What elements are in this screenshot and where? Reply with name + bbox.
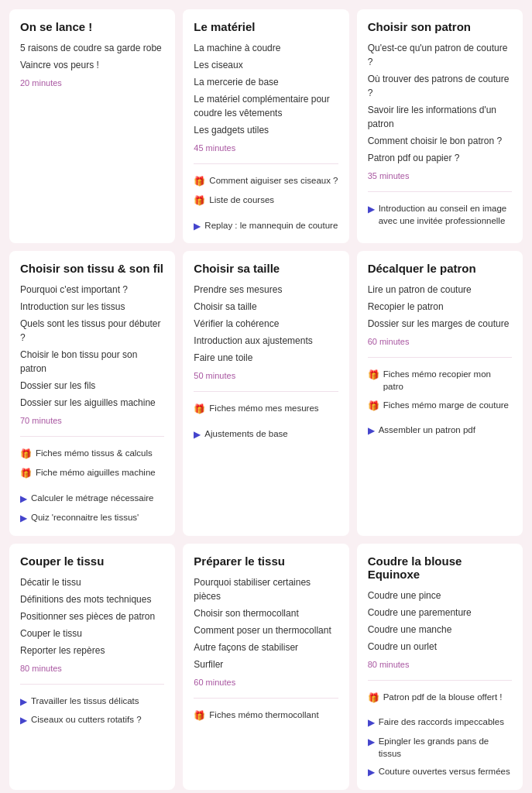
red-resource[interactable]: 🎁Comment aiguiser ses ciseaux ? — [194, 174, 338, 188]
blue-resource-label: Ciseaux ou cutters rotatifs ? — [31, 713, 142, 726]
blue-resource-label: Assembler un patron pdf — [379, 424, 475, 436]
card-title: Choisir son patron — [368, 20, 512, 33]
red-resource[interactable]: 🎁Fiches mémo mes mesures — [194, 402, 338, 416]
divider — [368, 680, 512, 681]
blue-resource[interactable]: ▶Ajustements de base — [194, 427, 338, 441]
card-item: Pourquoi c'est important ? — [20, 283, 164, 297]
red-resource-icon: 🎁 — [194, 194, 205, 208]
divider — [368, 191, 512, 192]
card-item: Où trouver des patrons de couture ? — [368, 72, 512, 100]
red-resource[interactable]: 🎁Fiche mémo aiguilles machine — [20, 466, 164, 480]
red-resource-label: Fiches mémo recopier mon patro — [383, 368, 512, 393]
blue-resource-icon: ▶ — [20, 714, 27, 727]
card-item: Comment choisir le bon patron ? — [368, 134, 512, 148]
card-item: Comment poser un thermocollant — [194, 623, 338, 637]
card-couper-tissu: Couper le tissuDécatir le tissuDéfinitio… — [9, 544, 175, 791]
card-item: Décatir le tissu — [20, 575, 164, 589]
card-item: Introduction sur les tissus — [20, 300, 164, 314]
red-resource[interactable]: 🎁Fiches mémo marge de couture — [368, 399, 512, 413]
blue-resource-icon: ▶ — [368, 716, 375, 729]
card-item: Surfiler — [194, 657, 338, 671]
card-item: Autre façons de stabiliser — [194, 640, 338, 654]
card-item: Positionner ses pièces de patron — [20, 609, 164, 623]
blue-resource[interactable]: ▶Introduction au conseil en image avec u… — [368, 202, 512, 227]
blue-resource[interactable]: ▶Calculer le métrage nécessaire — [20, 492, 164, 506]
card-preparer-tissu: Préparer le tissuPourquoi stabiliser cer… — [183, 544, 348, 791]
card-title: Le matériel — [194, 20, 338, 33]
blue-resource-label: Calculer le métrage nécessaire — [31, 492, 154, 504]
card-item: Recopier le patron — [368, 300, 512, 314]
red-resource-label: Liste de courses — [209, 194, 274, 206]
blue-resource[interactable]: ▶Replay : le mannequin de couture — [194, 219, 338, 233]
card-duration: 80 minutes — [368, 660, 512, 669]
blue-resource-icon: ▶ — [20, 493, 27, 506]
blue-resource-icon: ▶ — [368, 203, 375, 216]
card-item: Lire un patron de couture — [368, 283, 512, 297]
card-item: Prendre ses mesures — [194, 283, 338, 297]
card-duration: 70 minutes — [20, 416, 164, 425]
red-resource-label: Fiche mémo aiguilles machine — [36, 466, 156, 479]
divider — [20, 436, 164, 437]
red-resource[interactable]: 🎁Fiches mémo tissus & calculs — [20, 447, 164, 461]
blue-resource-icon: ▶ — [20, 512, 27, 525]
card-item: Qu'est-ce qu'un patron de couture ? — [368, 41, 512, 69]
red-resource[interactable]: 🎁Fiches mémo recopier mon patro — [368, 368, 512, 393]
cards-grid: On se lance !5 raisons de coudre sa gard… — [9, 9, 523, 793]
card-duration: 80 minutes — [20, 664, 164, 673]
card-title: On se lance ! — [20, 20, 164, 33]
card-item: Coudre une pince — [368, 589, 512, 602]
blue-resource-icon: ▶ — [194, 428, 201, 441]
blue-resource[interactable]: ▶Faire des raccords impeccables — [368, 716, 512, 729]
card-item: Choisir le bon tissu pour son patron — [20, 348, 164, 376]
card-item: Vérifier la cohérence — [194, 317, 338, 331]
blue-resource-label: Epingler les grands pans de tissus — [379, 735, 512, 760]
card-item: Choisir sa taille — [194, 300, 338, 314]
blue-resource[interactable]: ▶Couture ouvertes versus fermées — [368, 765, 512, 779]
card-item: Coudre une parementure — [368, 606, 512, 620]
blue-resource-icon: ▶ — [368, 424, 375, 438]
red-resource[interactable]: 🎁Fiches mémo thermocollant — [194, 709, 338, 723]
red-resource-icon: 🎁 — [20, 448, 32, 461]
card-item: Les ciseaux — [194, 58, 338, 72]
card-choisir-taille: Choisir sa taillePrendre ses mesuresChoi… — [183, 251, 348, 535]
card-item: Savoir lire les informations d'un patron — [368, 103, 512, 131]
blue-resource[interactable]: ▶Travailler les tissus délicats — [20, 695, 164, 709]
card-item: Faire une toile — [194, 351, 338, 365]
card-item: Vaincre vos peurs ! — [20, 58, 164, 72]
card-le-materiel: Le matérielLa machine à coudreLes ciseau… — [183, 9, 348, 243]
red-resource-label: Fiches mémo thermocollant — [209, 709, 318, 721]
red-resource-icon: 🎁 — [20, 467, 32, 480]
card-duration: 50 minutes — [194, 371, 338, 380]
red-resource-icon: 🎁 — [368, 692, 379, 705]
card-item: Dossier sur les aiguilles machine — [20, 396, 164, 410]
blue-resource-icon: ▶ — [368, 766, 375, 779]
blue-resource-label: Faire des raccords impeccables — [379, 716, 504, 728]
card-decalquer-patron: Décalquer le patronLire un patron de cou… — [357, 251, 523, 535]
card-title: Décalquer le patron — [368, 262, 512, 275]
red-resource-label: Comment aiguiser ses ciseaux ? — [209, 174, 338, 187]
card-title: Coudre la blouse Equinoxe — [368, 554, 512, 581]
card-title: Choisir sa taille — [194, 262, 338, 275]
card-item: Pourquoi stabiliser certaines pièces — [194, 575, 338, 603]
red-resource-icon: 🎁 — [368, 369, 379, 382]
card-coudre-blouse: Coudre la blouse EquinoxeCoudre une pinc… — [357, 544, 523, 791]
card-duration: 45 minutes — [194, 143, 338, 153]
red-resource[interactable]: 🎁Liste de courses — [194, 194, 338, 208]
blue-resource[interactable]: ▶Assembler un patron pdf — [368, 424, 512, 438]
card-on-se-lance: On se lance !5 raisons de coudre sa gard… — [9, 9, 175, 243]
card-item: Introduction aux ajustements — [194, 334, 338, 348]
blue-resource-label: Travailler les tissus délicats — [31, 695, 139, 707]
blue-resource-label: Replay : le mannequin de couture — [204, 219, 338, 232]
blue-resource[interactable]: ▶Quiz 'reconnaitre les tissus' — [20, 511, 164, 525]
card-item: 5 raisons de coudre sa garde robe — [20, 41, 164, 55]
divider — [194, 698, 338, 699]
blue-resource[interactable]: ▶Epingler les grands pans de tissus — [368, 735, 512, 760]
card-item: Couper le tissu — [20, 627, 164, 640]
red-resource-label: Fiches mémo marge de couture — [383, 399, 509, 411]
red-resource[interactable]: 🎁Patron pdf de la blouse offert ! — [368, 691, 512, 705]
red-resource-icon: 🎁 — [368, 400, 379, 413]
card-item: Choisir son thermocollant — [194, 606, 338, 620]
divider — [194, 163, 338, 164]
card-item: Définitions des mots techniques — [20, 592, 164, 606]
blue-resource[interactable]: ▶Ciseaux ou cutters rotatifs ? — [20, 713, 164, 727]
